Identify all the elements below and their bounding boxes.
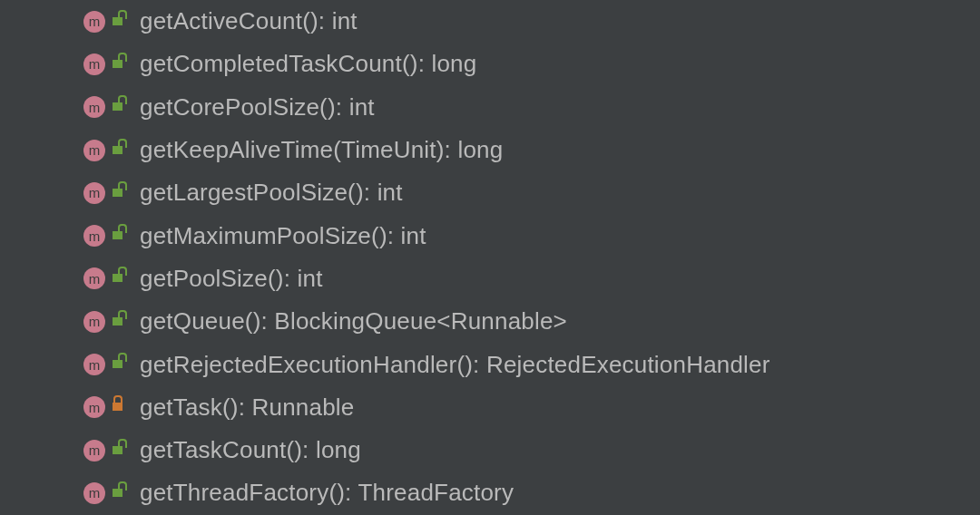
method-signature: getLargestPoolSize(): int bbox=[140, 179, 403, 207]
method-item[interactable]: mgetMaximumPoolSize(): int bbox=[83, 214, 980, 257]
method-item[interactable]: mgetTaskCount(): long bbox=[83, 429, 980, 471]
method-type-icon: m bbox=[83, 11, 105, 33]
method-item[interactable]: mgetRejectedExecutionHandler(): Rejected… bbox=[83, 343, 980, 385]
lock-closed-icon bbox=[113, 398, 127, 416]
lock-open-icon bbox=[113, 227, 127, 245]
method-signature: getCompletedTaskCount(): long bbox=[140, 50, 476, 78]
method-item[interactable]: mgetPoolSize(): int bbox=[83, 258, 980, 300]
lock-open-icon bbox=[113, 141, 127, 160]
method-signature: getTask(): Runnable bbox=[140, 394, 354, 422]
method-type-icon: m bbox=[83, 396, 105, 418]
method-signature: getKeepAliveTime(TimeUnit): long bbox=[140, 136, 503, 164]
method-type-icon: m bbox=[83, 354, 105, 375]
lock-open-icon bbox=[113, 13, 127, 31]
method-type-icon: m bbox=[83, 440, 105, 462]
method-item[interactable]: mgetTask(): Runnable bbox=[83, 386, 980, 429]
method-item[interactable]: mgetLargestPoolSize(): int bbox=[83, 171, 980, 214]
lock-open-icon bbox=[113, 442, 127, 460]
lock-open-icon bbox=[113, 184, 127, 202]
method-type-icon: m bbox=[83, 267, 105, 289]
method-signature: getActiveCount(): int bbox=[140, 7, 358, 35]
method-type-icon: m bbox=[83, 53, 105, 75]
method-signature: getMaximumPoolSize(): int bbox=[140, 222, 426, 250]
method-type-icon: m bbox=[83, 482, 105, 504]
lock-open-icon bbox=[113, 355, 127, 374]
method-type-icon: m bbox=[83, 182, 105, 204]
method-type-icon: m bbox=[83, 311, 105, 333]
lock-open-icon bbox=[113, 313, 127, 331]
method-signature: getQueue(): BlockingQueue<Runnable> bbox=[140, 307, 567, 335]
method-type-icon: m bbox=[83, 96, 105, 118]
method-type-icon: m bbox=[83, 225, 105, 247]
method-item[interactable]: mgetCorePoolSize(): int bbox=[83, 86, 980, 129]
lock-open-icon bbox=[113, 98, 127, 116]
method-signature: getPoolSize(): int bbox=[140, 265, 323, 293]
method-item[interactable]: mgetKeepAliveTime(TimeUnit): long bbox=[83, 129, 980, 171]
method-signature: getThreadFactory(): ThreadFactory bbox=[140, 479, 514, 507]
lock-open-icon bbox=[113, 55, 127, 73]
method-signature: getCorePoolSize(): int bbox=[140, 93, 375, 121]
method-item[interactable]: mgetThreadFactory(): ThreadFactory bbox=[83, 471, 980, 514]
method-signature: getRejectedExecutionHandler(): RejectedE… bbox=[140, 351, 770, 379]
method-signature: getTaskCount(): long bbox=[140, 436, 361, 464]
method-item[interactable]: mgetActiveCount(): int bbox=[83, 0, 980, 43]
method-type-icon: m bbox=[83, 140, 105, 161]
method-item[interactable]: mgetQueue(): BlockingQueue<Runnable> bbox=[83, 300, 980, 343]
lock-open-icon bbox=[113, 269, 127, 287]
method-item[interactable]: mgetCompletedTaskCount(): long bbox=[83, 43, 980, 85]
method-list: mgetActiveCount(): intmgetCompletedTaskC… bbox=[0, 0, 980, 515]
lock-open-icon bbox=[113, 484, 127, 502]
